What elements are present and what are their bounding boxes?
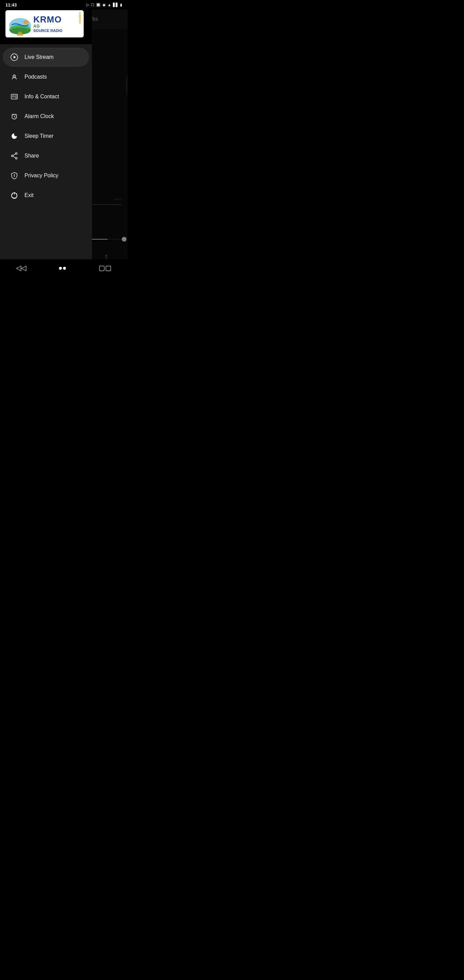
menu-label-sleep-timer: Sleep Timer — [24, 133, 53, 139]
podcast-icon — [10, 72, 19, 82]
menu-label-alarm-clock: Alarm Clock — [24, 113, 54, 119]
menu-label-share: Share — [24, 153, 39, 159]
menu-label-podcasts: Podcasts — [24, 74, 47, 80]
vpn-icon: 🔲 — [96, 3, 101, 7]
svg-point-18 — [16, 153, 17, 154]
logo-frequency-text: 990 — [78, 18, 82, 24]
svg-point-9 — [13, 95, 14, 97]
logo-am-badge: AM 990 — [78, 12, 82, 24]
back-button[interactable]: ◁ — [13, 261, 29, 275]
logo-text: KRMO AG SOURCE RADIO — [33, 15, 81, 33]
play-status-icon: ▷ — [86, 3, 89, 7]
status-icons: ▷ ☐ 🔲 ◉ ▲ ▋▋ ▮ — [86, 3, 122, 7]
svg-point-7 — [14, 76, 15, 77]
svg-point-3 — [23, 20, 29, 24]
menu-item-share[interactable]: Share — [3, 146, 89, 165]
menu-item-exit[interactable]: Exit — [3, 186, 89, 205]
svg-line-22 — [13, 156, 16, 158]
menu-label-info-contact: Info & Contact — [24, 94, 59, 100]
svg-line-21 — [13, 154, 16, 156]
exit-icon — [10, 191, 19, 200]
menu-label-privacy-policy: Privacy Policy — [24, 172, 59, 179]
svg-point-20 — [11, 155, 13, 157]
logo-source-radio-text: SOURCE RADIO — [33, 29, 81, 33]
notification-icon: ☐ — [91, 3, 94, 7]
share-icon — [10, 151, 19, 161]
recents-button[interactable]: ▢ — [96, 261, 114, 275]
menu-item-live-stream[interactable]: Live Stream — [3, 48, 89, 67]
location-icon: ◉ — [102, 3, 106, 7]
play-icon — [10, 52, 19, 62]
privacy-policy-icon — [10, 171, 19, 180]
menu-label-live-stream: Live Stream — [24, 54, 53, 60]
svg-line-15 — [14, 117, 15, 118]
logo-graphic — [8, 12, 32, 36]
svg-marker-5 — [14, 56, 16, 59]
logo-am-text: AM — [78, 12, 82, 18]
svg-point-19 — [16, 158, 17, 159]
logo-ag-text: AG — [33, 24, 81, 29]
wifi-icon: ▲ — [108, 3, 111, 7]
menu-item-info-contact[interactable]: Info & Contact — [3, 87, 89, 106]
menu-label-exit: Exit — [24, 192, 34, 198]
contact-card-icon — [10, 92, 19, 102]
sleep-timer-icon — [10, 131, 19, 141]
status-time: 11:43 — [5, 2, 17, 8]
navigation-drawer: KRMO AG SOURCE RADIO AM 990 Live Stream — [0, 0, 92, 276]
android-nav-bar: ◁ ● ▢ — [0, 259, 127, 276]
menu-item-sleep-timer[interactable]: Sleep Timer — [3, 127, 89, 146]
svg-point-24 — [14, 174, 14, 175]
status-bar: 11:43 ▷ ☐ 🔲 ◉ ▲ ▋▋ ▮ — [0, 0, 127, 10]
alarm-clock-icon — [10, 111, 19, 121]
battery-icon: ▮ — [120, 3, 122, 7]
menu-list: Live Stream Podcasts — [0, 44, 92, 276]
home-button[interactable]: ● — [56, 261, 69, 275]
menu-item-alarm-clock[interactable]: Alarm Clock — [3, 107, 89, 126]
menu-item-privacy-policy[interactable]: Privacy Policy — [3, 166, 89, 185]
menu-item-podcasts[interactable]: Podcasts — [3, 67, 89, 86]
signal-icon: ▋▋ — [113, 3, 118, 7]
logo-inner: KRMO AG SOURCE RADIO AM 990 — [5, 10, 84, 37]
logo-box: KRMO AG SOURCE RADIO AM 990 — [5, 10, 84, 37]
logo-krmo-text: KRMO — [33, 15, 81, 24]
